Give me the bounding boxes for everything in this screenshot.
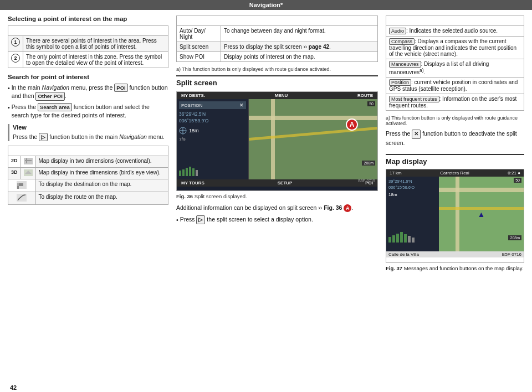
func-row1-col1: Auto/ Day/ Night (177, 26, 221, 42)
svg-rect-21 (396, 234, 399, 243)
func-table-1-row1-icon: 1 (8, 36, 23, 52)
row-3d-mapicon (21, 167, 35, 179)
map-car-icon: ▲ (478, 210, 485, 219)
map-display-caption: Fig. 37 Messages and function buttons on… (386, 265, 524, 271)
row-route-icon (8, 192, 36, 204)
map-coords2-label: 006°15'56.6'O (388, 185, 437, 190)
view-btn-label: ▷ (39, 133, 48, 141)
bullet3: • Press ▷ the split screen to select a d… (176, 215, 378, 224)
other-poi-button-label: Other POI (35, 92, 64, 100)
compass-tag: Compass (389, 38, 415, 45)
map-dist-badge2: 208m (508, 235, 521, 240)
svg-rect-25 (412, 238, 415, 243)
map-dist-top: 17 km (390, 171, 402, 176)
deactivate-btn-label: ✕ (412, 130, 421, 138)
func-table-1: Function button: function 1 There are se… (8, 25, 168, 68)
func-right-row2: Compass: Displays a compass with the cur… (386, 37, 524, 59)
fig36-label: Fig. 36 (176, 193, 193, 199)
split-screen-title: Split screen (176, 75, 378, 87)
nav-screenshot: MY DESTS. MENU ROUTE POSITION ✕ 36°29'42… (176, 91, 378, 191)
row-dest-icon (8, 179, 36, 192)
bullet1: • In the main Navigation menu, press the… (8, 84, 168, 101)
func-row3-col2: Display points of interest on the map. (221, 52, 378, 62)
split-screen-para: Additional information can be displayed … (176, 204, 378, 212)
func-right-row5: Most frequent routes: Information on the… (386, 94, 524, 111)
svg-rect-22 (400, 232, 403, 243)
nav-bar-mydests: MY DESTS. (181, 93, 205, 98)
map-road-name: Carretera Real (440, 171, 469, 176)
section2-title: Search for point of interest (8, 74, 168, 80)
most-frequent-tag: Most frequent routes (389, 96, 439, 102)
svg-rect-16 (189, 167, 191, 176)
screenshot-caption: Fig. 36 Split screen displayed. (176, 193, 378, 199)
nav-position-label: POSITION (181, 103, 202, 108)
svg-rect-2 (26, 158, 27, 163)
bullet2: • Press the Search area function button … (8, 103, 168, 120)
func-row2-col2: Press to display the split screen ›› pag… (221, 42, 378, 52)
right-footnote: a) This function button is only displaye… (386, 115, 524, 126)
bullet2-dot: • (8, 104, 10, 112)
fig37-label: Fig. 37 (386, 265, 402, 271)
left-column: Selecting a point of interest on the map… (8, 16, 168, 379)
func-row2-col1: Split screen (177, 42, 221, 52)
map-display-screenshot: 17 km Carretera Real 0:21 ● 39°29'41.9'N… (386, 169, 524, 263)
nav-bar-menu: MENU (275, 93, 288, 98)
nav-bar-mytours: MY TOURS (181, 180, 204, 185)
func-row1-col2: To change between day and night format. (221, 26, 378, 42)
split-screen-btn: ▷ (196, 215, 205, 224)
nav-bar-route: ROUTE (357, 93, 373, 98)
row-route-text: To display the route on the map. (35, 192, 168, 204)
func-table-1-header: Function button: function (8, 26, 168, 36)
fig36-text: Split screen displayed. (195, 193, 247, 199)
row-2d-mapicon (21, 156, 35, 167)
page-number: 42 (0, 382, 532, 392)
search-area-button-label: Search area (38, 103, 72, 111)
map-time-top: 0:21 ● (508, 171, 520, 176)
fig37-text: Messages and function buttons on the map… (404, 265, 524, 271)
svg-rect-7 (19, 183, 23, 186)
func-table-right-header: Function button: function (386, 16, 524, 26)
row-dest-text: To display the destination on the map. (35, 179, 168, 192)
position-tag: Position (389, 79, 411, 86)
func-row3-col1: Show POI (177, 52, 221, 62)
map-coords1-label: 39°29'41.9'N (388, 179, 437, 184)
func-table-2-header: Function button: function (8, 146, 168, 156)
bullet3-dot: • (176, 216, 178, 224)
nav-bar-setup: SETUP (278, 180, 293, 185)
func-table-middle-header: Function button: function (177, 16, 378, 26)
nav-dist-label: 18m (189, 128, 199, 133)
row-2d-icon: 2D (8, 156, 21, 167)
nav-close-btn[interactable]: ✕ (239, 102, 244, 108)
view-box-text: Press the ▷ function button in the main … (13, 133, 168, 141)
poi-button-label: POI (114, 84, 127, 92)
func-table-1-row2-icon: 2 (8, 52, 23, 68)
svg-rect-18 (196, 170, 198, 176)
map-caption-text: Calle de la Villa (388, 252, 419, 257)
bullet3-text: Press ▷ the split screen to select a dis… (180, 215, 313, 224)
audio-tag: Audio (389, 28, 406, 34)
map-bsf-label: B5F-0716 (502, 252, 521, 257)
bullet2-text: Press the Search area function button an… (12, 103, 168, 120)
func-right-row4: Position: current vehicle position in co… (386, 78, 524, 94)
func-right-row3: Manoeuvres: Displays a list of all drivi… (386, 59, 524, 78)
map-marker-a: A (346, 118, 358, 131)
svg-rect-15 (186, 168, 188, 176)
circle-a-inline: A (344, 204, 351, 212)
func-table-middle: Function button: function Auto/ Day/ Nig… (176, 16, 378, 62)
row-3d-icon: 3D (8, 167, 21, 179)
map-dist-label: 18m (388, 192, 437, 197)
map-dist-badge: 208m (362, 161, 375, 166)
func-table-right: Function button: function Audio: Indicat… (386, 16, 524, 111)
svg-rect-17 (192, 168, 195, 176)
bullet1-dot: • (8, 84, 10, 92)
svg-rect-1 (25, 160, 32, 161)
bullet1-text: In the main Navigation menu, press the P… (12, 84, 168, 101)
map-display-title: Map display (386, 154, 524, 166)
func-right-row1: Audio: Indicates the selected audio sour… (386, 26, 524, 37)
row-2d-text: Map display in two dimensions (conventio… (35, 156, 168, 167)
func-table-1-row1-text: There are several points of interest in … (23, 36, 168, 52)
svg-rect-20 (392, 235, 395, 243)
circle-1: 1 (11, 38, 20, 47)
page: Navigation* Selecting a point of interes… (0, 0, 532, 392)
func-table-2: Function button: function 2D Map display… (8, 146, 168, 205)
